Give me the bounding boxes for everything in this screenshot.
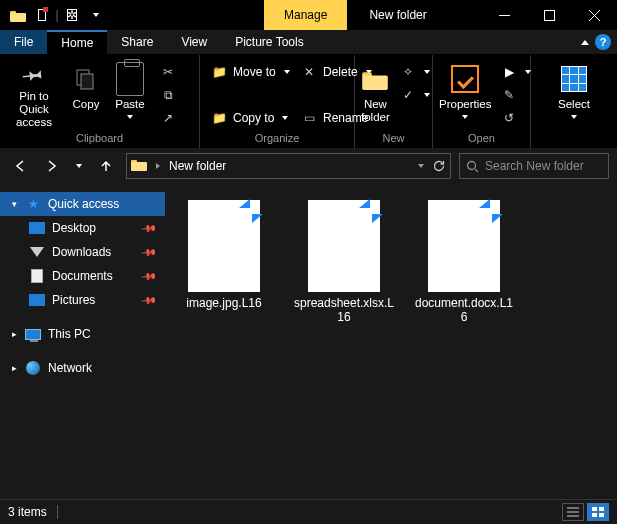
nav-pane: ▾ ★ Quick access Desktop 📌 Downloads 📌 D… <box>0 184 165 499</box>
large-icons-view-button[interactable] <box>587 503 609 521</box>
downloads-icon <box>28 247 46 257</box>
svg-rect-5 <box>81 74 93 89</box>
qat-newfolder-button[interactable]: ✲ <box>60 4 84 26</box>
sidebar-item-label: Pictures <box>52 293 95 307</box>
easy-access-button[interactable]: ✓ <box>394 84 436 106</box>
sync-overlay-icon <box>236 196 266 226</box>
properties-button[interactable]: Properties <box>439 59 491 129</box>
picture-tools-tab[interactable]: Picture Tools <box>221 30 317 54</box>
sidebar-item-label: Documents <box>52 269 113 283</box>
folder-icon <box>131 158 147 174</box>
refresh-button[interactable] <box>432 159 446 173</box>
view-tab[interactable]: View <box>167 30 221 54</box>
qat-customize-dropdown[interactable] <box>84 4 108 26</box>
history-icon: ↺ <box>501 111 517 125</box>
sidebar-item-desktop[interactable]: Desktop 📌 <box>0 216 165 240</box>
group-organize: 📁Move to 📁Copy to ✕Delete ▭Rename Organi… <box>200 55 355 148</box>
copy-path-button[interactable]: ⧉ <box>154 84 182 106</box>
breadcrumb[interactable]: New folder <box>169 159 226 173</box>
chevron-right-icon: ▸ <box>10 329 18 339</box>
sidebar-item-network[interactable]: ▸ Network <box>0 356 165 380</box>
rename-icon: ▭ <box>301 111 317 125</box>
home-tab[interactable]: Home <box>47 30 107 54</box>
sidebar-item-this-pc[interactable]: ▸ This PC <box>0 322 165 346</box>
select-icon <box>561 63 587 95</box>
share-tab[interactable]: Share <box>107 30 167 54</box>
ribbon-tabs: File Home Share View Picture Tools ? <box>0 30 617 55</box>
details-view-button[interactable] <box>562 503 584 521</box>
sidebar-item-label: Downloads <box>52 245 111 259</box>
help-button[interactable]: ? <box>595 34 611 50</box>
sidebar-item-quick-access[interactable]: ▾ ★ Quick access <box>0 192 165 216</box>
ribbon: Pin to Quick access Copy Paste ✂ ⧉ ↗ Cli… <box>0 55 617 148</box>
sidebar-item-downloads[interactable]: Downloads 📌 <box>0 240 165 264</box>
qat-properties-button[interactable] <box>30 4 54 26</box>
context-tab-manage[interactable]: Manage <box>264 0 347 30</box>
pin-icon: 📌 <box>141 244 157 260</box>
search-input[interactable]: Search New folder <box>459 153 609 179</box>
cut-button[interactable]: ✂ <box>154 61 182 83</box>
address-dropdown-button[interactable] <box>416 164 426 168</box>
forward-button[interactable] <box>40 154 64 178</box>
file-item[interactable]: document.docx.L16 <box>413 200 515 325</box>
file-thumbnail <box>188 200 260 292</box>
edit-icon: ✎ <box>501 88 517 102</box>
file-name: spreadsheet.xlsx.L16 <box>293 296 395 325</box>
pin-to-quick-access-button[interactable]: Pin to Quick access <box>6 59 62 129</box>
group-label-open: Open <box>433 132 530 148</box>
separator <box>57 505 58 519</box>
pin-icon: 📌 <box>141 292 157 308</box>
desktop-icon <box>28 222 46 234</box>
sidebar-item-pictures[interactable]: Pictures 📌 <box>0 288 165 312</box>
svg-rect-13 <box>592 513 597 517</box>
paste-shortcut-button[interactable]: ↗ <box>154 107 182 129</box>
sidebar-item-label: This PC <box>48 327 91 341</box>
copy-to-button[interactable]: 📁Copy to <box>206 107 291 129</box>
maximize-button[interactable] <box>527 0 572 30</box>
back-button[interactable] <box>8 154 32 178</box>
new-folder-button[interactable]: New folder <box>361 59 390 129</box>
search-placeholder: Search New folder <box>485 159 584 173</box>
group-clipboard: Pin to Quick access Copy Paste ✂ ⧉ ↗ Cli… <box>0 55 200 148</box>
move-to-icon: 📁 <box>212 65 227 79</box>
group-label-select <box>531 132 617 148</box>
sidebar-item-label: Desktop <box>52 221 96 235</box>
copy-button[interactable]: Copy <box>66 59 106 129</box>
collapse-ribbon-icon[interactable] <box>581 40 589 45</box>
chevron-down-icon <box>424 93 430 97</box>
app-folder-icon <box>6 4 30 26</box>
file-name: document.docx.L16 <box>413 296 515 325</box>
open-icon: ▶ <box>501 65 517 79</box>
content-area: ▾ ★ Quick access Desktop 📌 Downloads 📌 D… <box>0 184 617 499</box>
shortcut-icon: ↗ <box>160 111 176 125</box>
search-icon <box>466 160 479 173</box>
recent-locations-button[interactable] <box>72 154 86 178</box>
copy-to-icon: 📁 <box>212 111 227 125</box>
this-pc-icon <box>24 329 42 340</box>
chevron-down-icon <box>462 115 468 119</box>
sidebar-item-documents[interactable]: Documents 📌 <box>0 264 165 288</box>
close-button[interactable] <box>572 0 617 30</box>
pin-icon: 📌 <box>141 220 157 236</box>
group-open: Properties ▶ ✎ ↺ Open <box>433 55 531 148</box>
group-label-clipboard: Clipboard <box>0 132 199 148</box>
paste-button[interactable]: Paste <box>110 59 150 129</box>
svg-rect-14 <box>599 513 604 517</box>
new-item-button[interactable]: ✧ <box>394 61 436 83</box>
chevron-down-icon <box>127 115 133 119</box>
address-bar-row: New folder Search New folder <box>0 148 617 184</box>
file-list[interactable]: image.jpg.L16 spreadsheet.xlsx.L16 docum… <box>165 184 617 499</box>
sync-overlay-icon <box>356 196 386 226</box>
address-bar[interactable]: New folder <box>126 153 451 179</box>
minimize-button[interactable] <box>482 0 527 30</box>
file-tab[interactable]: File <box>0 30 47 54</box>
select-button[interactable]: Select <box>554 59 594 129</box>
titlebar: | ✲ Manage New folder <box>0 0 617 30</box>
file-item[interactable]: spreadsheet.xlsx.L16 <box>293 200 395 325</box>
pictures-icon <box>28 294 46 306</box>
chevron-down-icon <box>284 70 290 74</box>
file-item[interactable]: image.jpg.L16 <box>173 200 275 310</box>
move-to-button[interactable]: 📁Move to <box>206 61 291 83</box>
network-icon <box>24 361 42 375</box>
up-button[interactable] <box>94 154 118 178</box>
